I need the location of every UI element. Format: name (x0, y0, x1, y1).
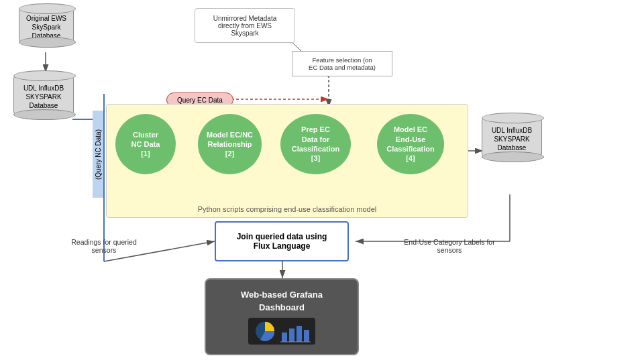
cluster-nc-label: Cluster NC Data [1] (131, 130, 160, 159)
feature-selection-box: Feature selection (on EC Data and metada… (292, 51, 392, 76)
prep-ec-circle: Prep EC Data for Classification [3] (280, 114, 351, 174)
grafana-dashboard-box: Web-based Grafana Dashboard (205, 278, 359, 355)
prep-ec-label: Prep EC Data for Classification [3] (292, 125, 340, 163)
grafana-preview (248, 318, 315, 345)
grafana-label: Web-based Grafana Dashboard (241, 289, 323, 313)
cluster-nc-circle: Cluster NC Data [1] (115, 114, 176, 174)
python-scripts-label: Python scripts comprising end-use classi… (106, 205, 468, 213)
udl-influxdb-left-label: UDL InfluxDB SKYSPARK Database (23, 84, 64, 110)
diagram-container: Original EWS SkySpark Database UDL Influ… (0, 0, 644, 362)
query-nc-label: (Query NC Data) (93, 111, 103, 198)
udl-influxdb-left-cylinder: UDL InfluxDB SKYSPARK Database (13, 75, 74, 115)
grafana-chart-svg (252, 319, 312, 343)
svg-rect-21 (289, 328, 294, 342)
model-ec-nc-circle: Model EC/NC Relationship [2] (198, 114, 262, 174)
query-ec-label: Query EC Data (177, 97, 223, 104)
model-ec-nc-label: Model EC/NC Relationship [2] (207, 130, 253, 159)
unmirrored-metadata-box: Unmirrored Metadata directly from EWS Sk… (195, 8, 295, 43)
original-ews-label: Original EWS SkySpark Database (26, 14, 66, 40)
svg-rect-22 (297, 326, 302, 342)
unmirrored-metadata-label: Unmirrored Metadata directly from EWS Sk… (213, 15, 276, 37)
feature-selection-label: Feature selection (on EC Data and metada… (309, 56, 376, 71)
udl-influxdb-right-label: UDL InfluxDB SKYSPARK Database (492, 126, 532, 152)
readings-label: Readings for queried sensors (60, 238, 148, 254)
enduse-label: End-Use Category Labels for sensors (396, 238, 503, 254)
original-ews-cylinder: Original EWS SkySpark Database (19, 8, 74, 43)
udl-influxdb-right-cylinder: UDL InfluxDB SKYSPARK Database (482, 117, 542, 158)
svg-rect-23 (304, 330, 309, 342)
join-queried-box[interactable]: Join queried data using Flux Language (215, 221, 349, 261)
svg-rect-20 (282, 333, 287, 342)
join-queried-label: Join queried data using Flux Language (237, 232, 327, 251)
model-ec-end-label: Model EC End-Use Classification [4] (386, 125, 435, 163)
model-ec-end-circle: Model EC End-Use Classification [4] (377, 114, 444, 174)
